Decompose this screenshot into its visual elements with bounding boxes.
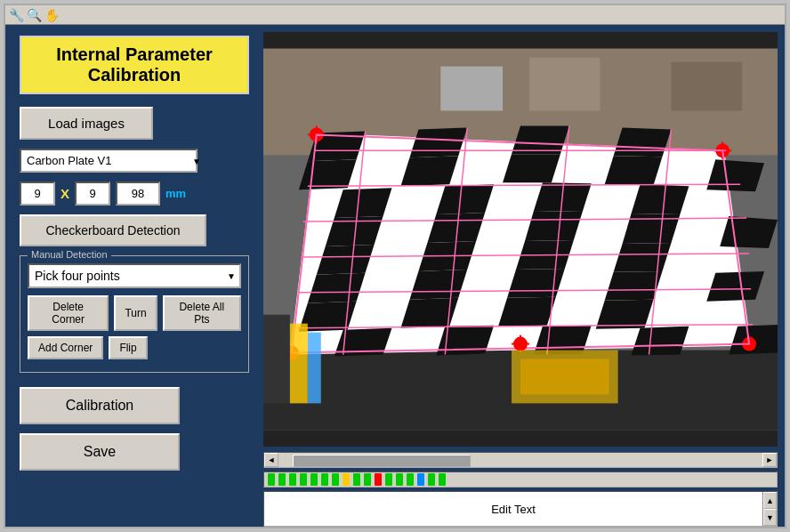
edit-text-area: Edit Text ▲ ▼: [263, 491, 778, 527]
save-button[interactable]: Save: [20, 433, 180, 471]
left-panel: Internal Parameter Calibration Load imag…: [5, 25, 263, 527]
svg-rect-69: [308, 333, 321, 404]
manual-btn-row-1: Delete Corner Turn Delete All Pts: [28, 295, 241, 331]
svg-marker-24: [525, 211, 583, 241]
svg-rect-3: [529, 58, 601, 111]
title-bar-icons: 🔧 🔍 ✋: [9, 8, 59, 22]
svg-marker-10: [409, 127, 467, 157]
indicator-dot-10[interactable]: [375, 473, 382, 486]
grid-size-row: X mm: [20, 181, 249, 206]
indicator-dot-15[interactable]: [428, 473, 435, 486]
x-label: X: [60, 186, 69, 201]
svg-marker-11: [512, 125, 569, 154]
grid-cols-input[interactable]: [75, 181, 110, 206]
content-area: Internal Parameter Calibration Load imag…: [5, 25, 785, 527]
calibration-button[interactable]: Calibration: [20, 387, 180, 424]
grid-size-input[interactable]: [116, 181, 160, 206]
svg-marker-32: [409, 270, 467, 300]
indicator-dot-14[interactable]: [417, 473, 424, 486]
svg-marker-33: [507, 269, 565, 298]
checkerboard-detection-button[interactable]: Checkerboard Detection: [20, 214, 206, 246]
svg-rect-5: [671, 62, 742, 111]
indicator-dot-6[interactable]: [332, 473, 339, 486]
indicator-dot-3[interactable]: [300, 473, 307, 486]
title-bar: 🔧 🔍 ✋: [5, 5, 785, 25]
indicator-dot-2[interactable]: [289, 473, 296, 486]
main-window: 🔧 🔍 ✋ Internal Parameter Calibration Loa…: [4, 4, 786, 528]
svg-marker-39: [596, 300, 654, 329]
tool-icon-2[interactable]: 🔍: [27, 8, 41, 22]
indicator-dot-16[interactable]: [439, 473, 446, 486]
mm-label: mm: [165, 187, 186, 200]
svg-marker-16: [605, 156, 663, 185]
svg-marker-19: [436, 184, 494, 214]
svg-rect-68: [290, 324, 308, 404]
svg-marker-30: [614, 243, 672, 272]
image-area: [263, 32, 778, 447]
app-title: Internal Parameter Calibration: [20, 36, 249, 94]
horizontal-scrollbar[interactable]: ◄ ►: [263, 452, 778, 468]
manual-btn-row-2: Add Corner Flip: [28, 336, 241, 359]
svg-marker-15: [503, 154, 560, 182]
svg-marker-35: [706, 271, 764, 302]
svg-marker-27: [317, 245, 375, 275]
add-corner-button[interactable]: Add Corner: [28, 336, 103, 359]
indicator-dot-8[interactable]: [353, 473, 360, 486]
edit-scroll-down[interactable]: ▼: [763, 509, 777, 526]
checkerboard-image: [263, 32, 778, 447]
indicator-dot-1[interactable]: [278, 473, 286, 486]
indicator-dot-11[interactable]: [385, 473, 392, 486]
indicator-dot-0[interactable]: [268, 473, 275, 486]
indicator-dot-13[interactable]: [407, 473, 414, 486]
plate-dropdown-wrapper: Carbon Plate V1 Carbon Plate V2 Checkerb…: [20, 149, 206, 173]
turn-button[interactable]: Turn: [114, 295, 157, 331]
svg-marker-31: [308, 273, 366, 303]
indicator-dot-4[interactable]: [310, 473, 318, 486]
scroll-right-arrow[interactable]: ►: [762, 453, 777, 467]
edit-text-label: Edit Text: [264, 503, 762, 516]
indicator-dot-9[interactable]: [364, 473, 371, 486]
delete-corner-button[interactable]: Delete Corner: [28, 295, 109, 331]
scroll-left-arrow[interactable]: ◄: [264, 453, 278, 467]
right-panel: ◄ ► Edit Text ▲ ▼: [263, 25, 785, 527]
svg-marker-43: [632, 326, 689, 356]
load-images-button[interactable]: Load images: [20, 107, 153, 140]
svg-marker-18: [335, 188, 392, 218]
tool-icon-3[interactable]: ✋: [44, 8, 59, 22]
svg-marker-13: [299, 159, 357, 189]
svg-rect-67: [263, 315, 290, 404]
edit-text-scrollbar: ▲ ▼: [762, 492, 777, 526]
scroll-thumb[interactable]: [293, 455, 471, 467]
svg-marker-38: [498, 297, 556, 326]
plate-dropdown[interactable]: Carbon Plate V1 Carbon Plate V2 Checkerb…: [20, 149, 198, 173]
manual-detection-dropdown[interactable]: Pick four points Manual Auto: [28, 263, 241, 288]
manual-detection-label: Manual Detection: [28, 249, 111, 260]
manual-dropdown-wrapper: Pick four points Manual Auto: [28, 263, 241, 288]
svg-marker-26: [720, 216, 778, 248]
svg-marker-12: [614, 127, 672, 157]
svg-marker-21: [632, 184, 689, 214]
svg-marker-34: [605, 271, 663, 301]
indicator-dot-7[interactable]: [343, 473, 350, 486]
svg-marker-14: [400, 156, 458, 186]
indicator-dot-12[interactable]: [396, 473, 403, 486]
grid-rows-input[interactable]: [20, 181, 55, 206]
svg-marker-17: [706, 159, 764, 191]
manual-detection-box: Manual Detection Pick four points Manual…: [20, 255, 249, 373]
svg-rect-6: [440, 67, 503, 111]
delete-all-pts-button[interactable]: Delete All Pts: [163, 295, 241, 331]
edit-scroll-up[interactable]: ▲: [763, 492, 777, 509]
tool-icon-1[interactable]: 🔧: [9, 8, 23, 22]
flip-button[interactable]: Flip: [109, 336, 147, 359]
indicator-bar: [263, 472, 778, 488]
svg-rect-71: [520, 359, 609, 395]
indicator-dot-5[interactable]: [321, 473, 328, 486]
